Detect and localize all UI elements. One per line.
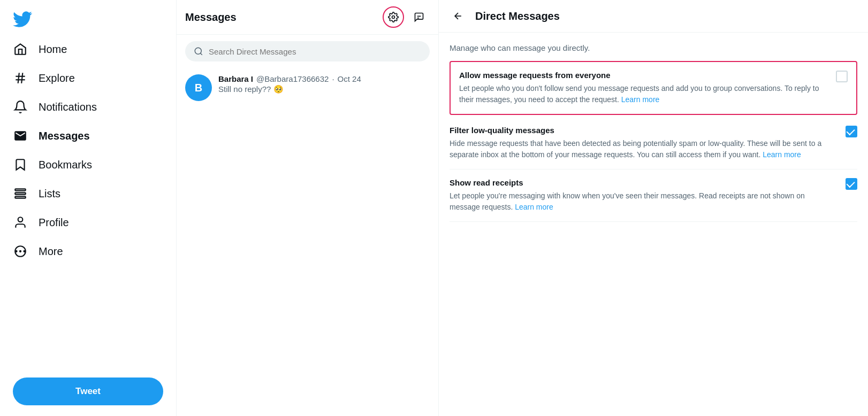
compose-button[interactable] [408,6,430,28]
sidebar-item-label-more: More [39,245,63,258]
allow-everyone-checkbox[interactable] [836,71,848,82]
message-dot: · [332,74,334,83]
svg-rect-4 [15,189,26,190]
dm-settings-header: Direct Messages [439,0,868,33]
svg-point-9 [24,251,25,252]
filter-low-quality-text: Filter low-quality messages Hide message… [450,126,837,160]
allow-everyone-text: Allow message requests from everyone Let… [459,71,827,105]
allow-everyone-desc: Let people who you don't follow send you… [459,83,827,105]
sidebar-item-lists[interactable]: Lists [6,180,170,207]
filter-low-quality-setting: Filter low-quality messages Hide message… [450,117,857,170]
filter-low-quality-desc: Hide message requests that have been det… [450,138,837,160]
sidebar-item-messages[interactable]: Messages [6,122,170,150]
back-button[interactable] [450,7,467,25]
back-arrow-icon [453,11,463,21]
bookmark-icon [13,157,28,172]
twitter-logo[interactable] [6,4,170,33]
sidebar-nav: Home Explore Notifications [6,35,170,371]
sidebar: Home Explore Notifications [0,0,177,416]
message-content: Barbara I @Barbara17366632 · Oct 24 Stil… [218,74,430,94]
home-icon [13,42,28,57]
show-read-receipts-checkbox[interactable] [846,178,857,190]
search-icon [194,47,203,56]
dm-settings-panel: Direct Messages Manage who can message y… [439,0,868,416]
svg-rect-5 [15,192,26,194]
svg-line-2 [18,73,19,83]
sidebar-item-label-bookmarks: Bookmarks [39,159,92,171]
search-bar-wrap [177,35,438,68]
messages-title: Messages [185,11,237,24]
allow-everyone-setting: Allow message requests from everyone Let… [450,61,857,115]
show-read-receipts-desc: Let people you're messaging with know wh… [450,190,837,213]
sidebar-item-home[interactable]: Home [6,35,170,63]
filter-low-quality-title: Filter low-quality messages [450,126,837,135]
allow-everyone-title: Allow message requests from everyone [459,71,827,80]
more-icon [13,244,28,259]
message-item[interactable]: B Barbara I @Barbara17366632 · Oct 24 St… [177,68,438,107]
svg-point-8 [20,251,21,252]
message-list: B Barbara I @Barbara17366632 · Oct 24 St… [177,68,438,416]
sidebar-item-bookmarks[interactable]: Bookmarks [6,151,170,179]
dm-settings-body: Manage who can message you directly. All… [439,33,868,233]
sidebar-item-label-profile: Profile [39,217,69,229]
sidebar-item-profile[interactable]: Profile [6,209,170,236]
person-icon [13,215,28,230]
svg-rect-6 [15,196,26,198]
search-input[interactable] [209,47,421,56]
hashtag-icon [13,71,28,86]
sidebar-item-label-home: Home [39,43,67,56]
list-icon [13,186,28,201]
sidebar-item-more[interactable]: More [6,237,170,265]
message-preview: Still no reply?? 🥺 [218,84,430,94]
show-read-receipts-text: Show read receipts Let people you're mes… [450,178,837,213]
sidebar-item-explore[interactable]: Explore [6,64,170,92]
message-name: Barbara I [218,74,253,83]
mail-icon [13,128,28,143]
manage-description: Manage who can message you directly. [450,43,857,52]
message-date: Oct 24 [338,74,361,83]
search-bar [185,41,430,61]
tweet-button[interactable]: Tweet [13,378,163,405]
allow-everyone-learn-more[interactable]: Learn more [621,95,660,104]
svg-point-7 [18,217,23,222]
svg-line-3 [21,73,22,83]
sidebar-item-notifications[interactable]: Notifications [6,93,170,121]
dm-settings-title: Direct Messages [475,10,560,22]
sidebar-item-label-notifications: Notifications [39,101,97,113]
message-top: Barbara I @Barbara17366632 · Oct 24 [218,74,430,83]
sidebar-item-label-messages: Messages [39,130,90,142]
message-handle: @Barbara17366632 [256,74,329,83]
messages-header: Messages [177,0,438,35]
show-read-receipts-setting: Show read receipts Let people you're mes… [450,170,857,222]
filter-low-quality-checkbox[interactable] [846,126,857,137]
show-read-receipts-learn-more[interactable]: Learn more [515,203,553,211]
sidebar-item-label-explore: Explore [39,72,75,84]
svg-point-12 [392,16,395,19]
svg-point-10 [16,251,17,252]
svg-point-15 [195,48,201,54]
messages-column: Messages B [177,0,439,416]
bell-icon [13,99,28,114]
show-read-receipts-title: Show read receipts [450,178,837,187]
messages-header-icons [383,6,430,28]
svg-line-16 [200,53,202,55]
settings-button[interactable] [383,6,404,28]
filter-low-quality-learn-more[interactable]: Learn more [763,150,801,159]
avatar: B [185,74,212,101]
sidebar-item-label-lists: Lists [39,188,60,200]
